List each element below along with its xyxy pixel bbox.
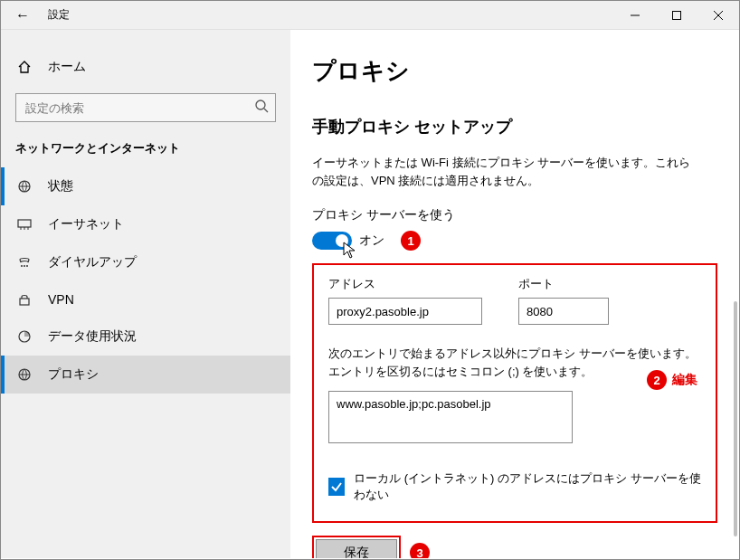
search-icon [254, 99, 269, 117]
maximize-button[interactable] [656, 1, 697, 30]
window-title: 設定 [44, 7, 70, 23]
close-button[interactable] [697, 1, 739, 30]
svg-point-4 [256, 100, 265, 109]
local-bypass-checkbox[interactable] [328, 478, 345, 496]
page-title: プロキシ [312, 55, 717, 87]
svg-rect-14 [20, 299, 29, 305]
svg-point-13 [26, 265, 28, 267]
sidebar: ホーム ネットワークとインターネット 状態 イーサネット ダイヤルアップ [1, 30, 290, 558]
home-icon [15, 60, 33, 74]
svg-point-12 [24, 265, 25, 267]
nav-data-usage[interactable]: データ使用状況 [1, 318, 290, 356]
nav-proxy[interactable]: プロキシ [1, 356, 290, 394]
svg-rect-1 [673, 11, 681, 19]
home-link[interactable]: ホーム [1, 52, 290, 82]
svg-point-11 [21, 265, 23, 267]
save-annotation-box: 保存 [312, 536, 401, 558]
port-label: ポート [518, 276, 609, 292]
ethernet-icon [15, 217, 33, 232]
proxy-icon [15, 367, 33, 382]
annotation-2-label: 編集 [672, 372, 697, 388]
edit-box-annotation: アドレス ポート 次のエントリで始まるアドレス以外にプロキシ サーバーを使います… [312, 263, 717, 523]
search-box [15, 93, 276, 122]
address-label: アドレス [328, 276, 482, 292]
annotation-badge-3: 3 [410, 543, 430, 558]
main-content: プロキシ 手動プロキシ セットアップ イーサネットまたは Wi-Fi 接続にプロ… [290, 30, 739, 558]
nav-label: VPN [48, 292, 74, 307]
address-input[interactable] [328, 298, 482, 325]
titlebar: ← 設定 [1, 1, 739, 30]
exceptions-help: 次のエントリで始まるアドレス以外にプロキシ サーバーを使います。エントリを区切る… [328, 345, 701, 380]
section-description: イーサネットまたは Wi-Fi 接続にプロキシ サーバーを使います。これらの設定… [312, 154, 701, 189]
nav-label: プロキシ [48, 366, 99, 383]
port-input[interactable] [518, 298, 609, 325]
nav-label: データ使用状況 [48, 328, 137, 345]
svg-rect-7 [18, 220, 31, 227]
nav-label: ダイヤルアップ [48, 254, 137, 271]
minimize-button[interactable] [614, 1, 656, 30]
toggle-state-label: オン [359, 233, 384, 249]
nav-dialup[interactable]: ダイヤルアップ [1, 243, 290, 281]
home-label: ホーム [48, 59, 86, 75]
annotation-badge-2: 2 [647, 370, 667, 390]
exceptions-input[interactable] [328, 391, 573, 443]
annotation-badge-1: 1 [401, 231, 421, 251]
nav-status[interactable]: 状態 [1, 167, 290, 205]
nav-label: イーサネット [48, 216, 124, 233]
vpn-icon [15, 292, 33, 307]
nav-vpn[interactable]: VPN [1, 281, 290, 318]
save-button[interactable]: 保存 [316, 539, 397, 558]
status-icon [15, 179, 33, 194]
scrollbar[interactable] [734, 301, 737, 536]
proxy-toggle[interactable] [312, 232, 352, 250]
nav-ethernet[interactable]: イーサネット [1, 205, 290, 243]
toggle-heading: プロキシ サーバーを使う [312, 207, 717, 223]
search-input[interactable] [15, 93, 276, 122]
nav-label: 状態 [48, 178, 73, 195]
annotation-2: 2 編集 [647, 370, 697, 390]
back-button[interactable]: ← [1, 7, 44, 24]
data-usage-icon [15, 329, 33, 344]
dialup-icon [15, 255, 33, 270]
category-heading: ネットワークとインターネット [1, 140, 290, 167]
section-heading: 手動プロキシ セットアップ [312, 116, 717, 138]
svg-line-5 [264, 109, 268, 112]
checkbox-label: ローカル (イントラネット) のアドレスにはプロキシ サーバーを使わない [354, 470, 701, 503]
